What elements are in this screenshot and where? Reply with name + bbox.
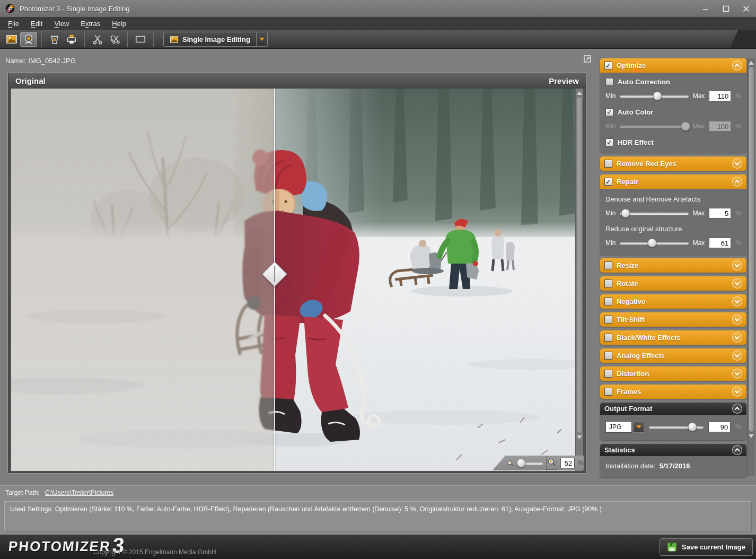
expand-icon[interactable] [732,369,742,379]
zoom-out-icon[interactable] [507,459,514,468]
panel-statistics-header[interactable]: Statistics [600,444,746,456]
zoom-slider-thumb[interactable] [516,459,525,468]
auto-color-checkbox[interactable]: ✓ [605,108,613,116]
webcam-button[interactable] [20,32,37,47]
collapse-icon[interactable] [732,60,742,71]
panel-negative-header[interactable]: Negative [600,294,746,309]
mode-selector[interactable]: Single Image Editing [163,32,268,47]
collapse-icon[interactable] [732,445,742,455]
auto-correction-checkbox[interactable] [605,78,613,86]
panel-repair-header[interactable]: ✓ Repair [600,174,746,189]
slider-thumb[interactable] [648,239,657,248]
remove-red-eyes-checkbox[interactable] [604,160,612,168]
compare-divider-line [274,266,275,282]
recycle-bin-button[interactable] [46,32,63,47]
black-white-effects-checkbox[interactable] [604,334,612,342]
mode-selector-main[interactable]: Single Image Editing [164,32,256,46]
cut-button[interactable] [89,32,106,47]
scroll-down-icon[interactable] [577,435,582,439]
zoom-in-button[interactable] [546,457,557,470]
auto-correction-slider[interactable] [620,95,688,98]
auto-correction-value[interactable]: 110 [709,91,731,101]
frame-select-button[interactable] [132,32,149,47]
repair-checkbox[interactable]: ✓ [604,178,612,186]
analog-effects-checkbox[interactable] [604,352,612,360]
format-dropdown-arrow[interactable] [633,421,644,433]
preview-label: Preview [549,76,579,85]
quality-value[interactable]: 90 [708,422,731,432]
panel-frames-header[interactable]: Frames [600,385,746,399]
menu-view[interactable]: View [48,17,75,30]
panel-black-white-effects-header[interactable]: Black/White Effects [600,330,746,345]
expand-icon[interactable] [732,315,742,325]
distortion-checkbox[interactable] [604,370,612,378]
denoise-value[interactable]: 5 [709,208,731,219]
expand-icon[interactable] [732,387,742,397]
menu-file[interactable]: File [2,17,25,30]
undo-cut-button[interactable] [106,32,123,47]
denoise-slider[interactable] [620,212,688,215]
panel-scrollbar-thumb[interactable] [749,66,754,432]
panel-rotate-header[interactable]: Rotate [600,276,746,291]
panel-resize-header[interactable]: Resize [600,258,746,273]
save-current-image-button[interactable]: Save current Image [660,538,753,556]
format-dropdown[interactable]: JPG [605,421,644,433]
max-label: Max [693,239,705,247]
frames-checkbox[interactable] [604,388,612,396]
slider-thumb[interactable] [621,209,630,218]
zoom-slider[interactable] [517,462,542,465]
expand-icon[interactable] [732,278,742,289]
chevron-down-icon [636,425,641,429]
menu-extras[interactable]: Extras [75,17,106,30]
close-button[interactable] [736,0,756,17]
expand-icon[interactable] [732,333,742,343]
expand-icon[interactable] [732,296,742,307]
scroll-down-icon[interactable] [749,434,754,438]
panel-analog-effects-header[interactable]: Analog Effects [600,348,746,363]
target-path-link[interactable]: C:\Users\Tester\Pictures [45,489,113,496]
panel-remove-red-eyes: Remove Red Eyes [600,156,746,171]
detach-viewer-icon[interactable] [584,55,591,63]
toolbar-wedge [719,30,756,48]
negative-checkbox[interactable] [604,298,612,305]
panel-title: Remove Red Eyes [617,160,728,168]
reduce-structure-slider[interactable] [620,242,688,244]
expand-icon[interactable] [732,159,742,169]
open-image-button[interactable] [3,32,20,47]
slider-thumb[interactable] [653,92,662,101]
zoom-value-field[interactable]: 52 [560,458,575,468]
trash-icon [49,33,60,45]
mode-dropdown-arrow[interactable] [256,32,267,46]
panel-scrollbar[interactable] [747,58,755,476]
format-value[interactable]: JPG [605,421,632,433]
rotate-checkbox[interactable] [604,280,612,287]
panel-title: Black/White Effects [617,334,728,342]
hdr-effect-checkbox[interactable]: ✓ [605,138,613,146]
menu-edit[interactable]: Edit [25,17,48,30]
tilt-shift-checkbox[interactable] [604,316,612,324]
expand-icon[interactable] [732,351,742,361]
menu-help[interactable]: Help [106,17,132,30]
panel-optimize-header[interactable]: ✓ Optimize [600,58,746,73]
expand-icon[interactable] [732,260,742,270]
print-button[interactable] [63,32,80,47]
scroll-up-icon[interactable] [749,61,754,65]
panel-output-format-header[interactable]: Output Format [600,403,746,415]
panel-tilt-shift-header[interactable]: Tilt-Shift [600,312,746,327]
quality-slider[interactable] [649,426,704,429]
optimize-checkbox[interactable]: ✓ [604,62,612,69]
save-floppy-icon [667,542,677,552]
maximize-button[interactable] [716,0,736,17]
panel-remove-red-eyes-header[interactable]: Remove Red Eyes [600,156,746,171]
collapse-icon[interactable] [732,177,742,187]
collapse-icon[interactable] [732,404,742,414]
installation-date-label: Installation date: [605,462,656,470]
panel-distortion-header[interactable]: Distortion [600,366,746,381]
resize-checkbox[interactable] [604,261,612,269]
minimize-button[interactable] [696,0,716,17]
scroll-up-icon[interactable] [577,91,582,95]
photo-scrollbar-thumb[interactable] [577,97,583,433]
reduce-structure-value[interactable]: 61 [709,238,731,248]
slider-thumb[interactable] [688,423,697,432]
photo-scrollbar[interactable] [575,89,583,471]
